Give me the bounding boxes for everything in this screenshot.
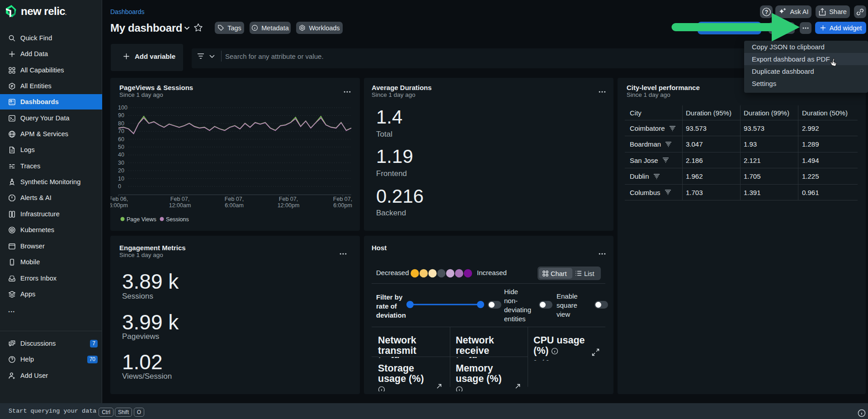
svg-text:50: 50 [118, 144, 124, 150]
svg-text:Feb 07,: Feb 07, [333, 196, 352, 202]
svg-text:6:00pm: 6:00pm [333, 202, 352, 209]
svg-text:Feb 06,: Feb 06, [110, 196, 128, 202]
svg-text:Feb 07,: Feb 07, [279, 196, 298, 202]
svg-text:12:00pm: 12:00pm [278, 202, 300, 209]
svg-text:30: 30 [118, 160, 124, 166]
svg-text:20: 20 [118, 167, 124, 174]
svg-text:70: 70 [118, 128, 124, 134]
svg-text:80: 80 [118, 120, 124, 127]
svg-text:40: 40 [118, 152, 124, 158]
svg-text:Feb 07,: Feb 07, [170, 196, 189, 202]
svg-text:100: 100 [118, 105, 127, 111]
svg-text:0: 0 [118, 183, 121, 190]
svg-text:6:00am: 6:00am [225, 202, 244, 209]
svg-text:12:00am: 12:00am [169, 202, 191, 209]
svg-text:60: 60 [118, 136, 124, 143]
svg-text:Page Views: Page Views [127, 216, 156, 223]
svg-text:Sessions: Sessions [166, 216, 189, 223]
svg-text:6:00pm: 6:00pm [110, 202, 128, 209]
svg-text:90: 90 [118, 112, 124, 119]
svg-text:10: 10 [118, 176, 124, 182]
svg-text:Feb 07,: Feb 07, [225, 196, 244, 202]
